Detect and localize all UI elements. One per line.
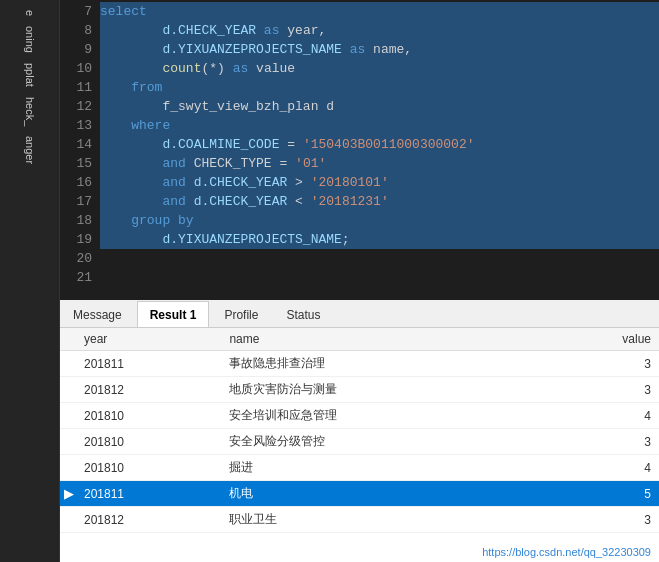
- cell-year: 201810: [76, 455, 221, 481]
- row-indicator: [60, 507, 76, 533]
- table-row[interactable]: 201810 安全培训和应急管理 4: [60, 403, 659, 429]
- cell-year: 201812: [76, 507, 221, 533]
- table-row[interactable]: 201811 事故隐患排查治理 3: [60, 351, 659, 377]
- row-indicator: [60, 455, 76, 481]
- cell-value: 3: [543, 377, 659, 403]
- left-sidebar: e oning pplat heck_ anger: [0, 0, 60, 562]
- table-header-row: year name value: [60, 328, 659, 351]
- table-row[interactable]: 201810 掘进 4: [60, 455, 659, 481]
- cell-value: 3: [543, 507, 659, 533]
- tab-profile[interactable]: Profile: [211, 301, 271, 327]
- row-indicator: ▶: [60, 481, 76, 507]
- cell-name: 安全培训和应急管理: [221, 403, 543, 429]
- table-container[interactable]: year name value 201811 事故隐患排查治理 3 201812: [60, 328, 659, 562]
- code-line-13: from: [100, 78, 659, 97]
- editor-area: 7 8 9 10 11 12 13 14 15 16 17 18 19 20 2…: [60, 0, 659, 300]
- tabs-bar: Message Result 1 Profile Status: [60, 300, 659, 328]
- results-table: year name value 201811 事故隐患排查治理 3 201812: [60, 328, 659, 533]
- cell-year: 201810: [76, 429, 221, 455]
- cell-value: 5: [543, 481, 659, 507]
- cell-name: 地质灾害防治与测量: [221, 377, 543, 403]
- sidebar-label-check: heck_: [24, 97, 36, 126]
- table-row[interactable]: 201810 安全风险分级管控 3: [60, 429, 659, 455]
- sidebar-label-pplat: pplat: [24, 63, 36, 87]
- code-line-9: select: [100, 2, 659, 21]
- cell-name: 安全风险分级管控: [221, 429, 543, 455]
- tab-status[interactable]: Status: [273, 301, 333, 327]
- watermark: https://blog.csdn.net/qq_32230309: [482, 546, 651, 558]
- code-line-21: d.YIXUANZEPROJECTS_NAME;: [100, 230, 659, 249]
- code-line-19: and d.CHECK_YEAR < '20181231': [100, 192, 659, 211]
- code-line-20: group by: [100, 211, 659, 230]
- cell-year: 201811: [76, 351, 221, 377]
- code-line-15: where: [100, 116, 659, 135]
- year-col-header: year: [76, 328, 221, 351]
- sidebar-label-e: e: [24, 10, 36, 16]
- line-numbers: 7 8 9 10 11 12 13 14 15 16 17 18 19 20 2…: [60, 0, 100, 300]
- code-line-18: and d.CHECK_YEAR > '20180101': [100, 173, 659, 192]
- cell-year: 201812: [76, 377, 221, 403]
- cell-year: 201810: [76, 403, 221, 429]
- table-row[interactable]: 201812 地质灾害防治与测量 3: [60, 377, 659, 403]
- sidebar-label-anger: anger: [24, 136, 36, 164]
- results-area: Message Result 1 Profile Status year nam…: [60, 300, 659, 562]
- code-line-10: d.CHECK_YEAR as year,: [100, 21, 659, 40]
- table-row-selected[interactable]: ▶ 201811 机电 5: [60, 481, 659, 507]
- cell-name: 掘进: [221, 455, 543, 481]
- row-indicator: [60, 429, 76, 455]
- cell-name: 机电: [221, 481, 543, 507]
- row-indicator: [60, 377, 76, 403]
- cell-value: 4: [543, 455, 659, 481]
- code-line-14: f_swyt_view_bzh_plan d: [100, 97, 659, 116]
- cell-name: 事故隐患排查治理: [221, 351, 543, 377]
- code-content[interactable]: select d.CHECK_YEAR as year, d.YIXUANZEP…: [100, 0, 659, 300]
- value-col-header: value: [543, 328, 659, 351]
- cell-name: 职业卫生: [221, 507, 543, 533]
- tab-message[interactable]: Message: [60, 301, 135, 327]
- cell-value: 3: [543, 351, 659, 377]
- code-line-12: count(*) as value: [100, 59, 659, 78]
- sidebar-label-oning: oning: [24, 26, 36, 53]
- row-indicator: [60, 351, 76, 377]
- main-content: 7 8 9 10 11 12 13 14 15 16 17 18 19 20 2…: [60, 0, 659, 562]
- code-line-17: and CHECK_TYPE = '01': [100, 154, 659, 173]
- indicator-col-header: [60, 328, 76, 351]
- cell-year: 201811: [76, 481, 221, 507]
- row-indicator: [60, 403, 76, 429]
- code-line-11: d.YIXUANZEPROJECTS_NAME as name,: [100, 40, 659, 59]
- name-col-header: name: [221, 328, 543, 351]
- table-row[interactable]: 201812 职业卫生 3: [60, 507, 659, 533]
- cell-value: 4: [543, 403, 659, 429]
- cell-value: 3: [543, 429, 659, 455]
- code-line-16: d.COALMINE_CODE = '150403B0011000300002': [100, 135, 659, 154]
- tab-result1[interactable]: Result 1: [137, 301, 210, 327]
